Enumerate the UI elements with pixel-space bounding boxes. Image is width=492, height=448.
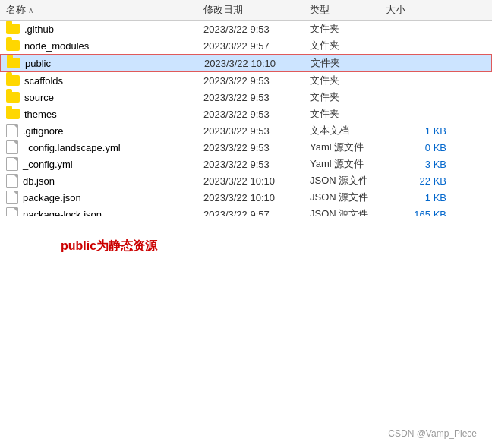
col-date-header[interactable]: 修改日期 (203, 3, 310, 17)
file-name-cell: _config.landscape.yml (6, 140, 203, 154)
table-row[interactable]: source 2023/3/22 9:53 文件夹 (0, 89, 492, 106)
file-type: 文本文档 (310, 124, 386, 137)
file-icon (6, 174, 18, 188)
sort-arrow-icon: ∧ (28, 6, 33, 14)
file-name-cell: source (6, 92, 203, 103)
file-name: package-lock.json (23, 209, 102, 216)
file-size: 3 KB (386, 159, 446, 170)
file-date: 2023/3/22 10:10 (204, 58, 311, 69)
col-date-label: 修改日期 (203, 3, 243, 17)
table-header: 名称 ∧ 修改日期 类型 大小 (0, 0, 492, 21)
file-type: 文件夹 (310, 74, 386, 87)
col-size-header[interactable]: 大小 (386, 3, 446, 17)
file-size: 1 KB (386, 192, 446, 203)
file-size: 22 KB (386, 175, 446, 187)
file-name-cell: themes (6, 109, 203, 120)
file-name-cell: db.json (6, 174, 203, 188)
file-type: 文件夹 (310, 107, 386, 121)
file-date: 2023/3/22 9:53 (203, 109, 310, 120)
table-row[interactable]: .github 2023/3/22 9:53 文件夹 (0, 21, 492, 37)
file-date: 2023/3/22 10:10 (203, 175, 310, 187)
file-list: .github 2023/3/22 9:53 文件夹 node_modules … (0, 21, 492, 216)
folder-icon (6, 24, 20, 34)
file-date: 2023/3/22 9:53 (203, 125, 310, 137)
file-name-cell: public (7, 58, 204, 69)
file-type: Yaml 源文件 (310, 140, 386, 154)
watermark: CSDN @Vamp_Piece (388, 428, 477, 439)
file-name-cell: node_modules (6, 40, 203, 52)
file-type: JSON 源文件 (310, 191, 386, 204)
file-type: JSON 源文件 (310, 207, 386, 216)
file-type: 文件夹 (311, 56, 386, 70)
file-icon (6, 191, 18, 204)
file-icon (6, 157, 18, 171)
col-size-label: 大小 (386, 3, 405, 17)
table-row[interactable]: node_modules 2023/3/22 9:57 文件夹 (0, 37, 492, 54)
file-type: Yaml 源文件 (310, 157, 386, 171)
file-type: 文件夹 (310, 90, 386, 104)
file-name-cell: _config.yml (6, 157, 203, 171)
annotation-area: public为静态资源 (0, 216, 492, 449)
table-row[interactable]: public 2023/3/22 10:10 文件夹 (0, 54, 492, 72)
col-type-label: 类型 (310, 3, 330, 17)
table-row[interactable]: .gitignore 2023/3/22 9:53 文本文档 1 KB (0, 122, 492, 139)
file-name: .github (24, 24, 54, 35)
file-date: 2023/3/22 9:53 (203, 24, 310, 35)
file-date: 2023/3/22 9:57 (203, 209, 310, 216)
table-row[interactable]: _config.landscape.yml 2023/3/22 9:53 Yam… (0, 139, 492, 156)
file-name-cell: package.json (6, 191, 203, 204)
folder-icon (6, 92, 20, 103)
table-row[interactable]: scaffolds 2023/3/22 9:53 文件夹 (0, 72, 492, 89)
file-date: 2023/3/22 10:10 (203, 192, 310, 203)
file-name-cell: .gitignore (6, 124, 203, 137)
table-row[interactable]: package.json 2023/3/22 10:10 JSON 源文件 1 … (0, 189, 492, 206)
file-icon (6, 207, 18, 216)
file-name: source (24, 92, 54, 103)
file-size: 0 KB (386, 142, 446, 153)
file-icon (6, 140, 18, 154)
file-name: themes (24, 109, 57, 120)
file-name-cell: scaffolds (6, 75, 203, 87)
file-name: package.json (23, 192, 81, 203)
file-type: JSON 源文件 (310, 174, 386, 188)
table-row[interactable]: package-lock.json 2023/3/22 9:57 JSON 源文… (0, 206, 492, 216)
file-name: _config.yml (23, 159, 73, 170)
file-type: 文件夹 (310, 39, 386, 52)
table-row[interactable]: _config.yml 2023/3/22 9:53 Yaml 源文件 3 KB (0, 156, 492, 172)
folder-icon (6, 75, 20, 86)
file-date: 2023/3/22 9:57 (203, 40, 310, 52)
file-name: scaffolds (24, 75, 63, 87)
table-row[interactable]: themes 2023/3/22 9:53 文件夹 (0, 106, 492, 122)
folder-icon (7, 58, 20, 68)
table-row[interactable]: db.json 2023/3/22 10:10 JSON 源文件 22 KB (0, 172, 492, 189)
file-date: 2023/3/22 9:53 (203, 92, 310, 103)
file-size: 1 KB (386, 125, 446, 137)
file-icon (6, 124, 18, 137)
annotation-text: public为静态资源 (61, 238, 157, 254)
folder-icon (6, 109, 20, 119)
file-name: public (25, 58, 51, 69)
col-type-header[interactable]: 类型 (310, 3, 386, 17)
file-name: _config.landscape.yml (23, 142, 121, 153)
file-date: 2023/3/22 9:53 (203, 75, 310, 87)
file-name-cell: package-lock.json (6, 207, 203, 216)
file-size: 165 KB (386, 209, 446, 216)
file-type: 文件夹 (310, 22, 386, 36)
col-name-header[interactable]: 名称 ∧ (6, 3, 203, 17)
file-explorer: 名称 ∧ 修改日期 类型 大小 .github 2023/3/22 9:53 文… (0, 0, 492, 448)
file-name: .gitignore (23, 125, 63, 137)
file-date: 2023/3/22 9:53 (203, 159, 310, 170)
col-name-label: 名称 (6, 3, 26, 17)
file-name-cell: .github (6, 24, 203, 35)
file-name: db.json (23, 175, 55, 187)
folder-icon (6, 40, 20, 51)
file-date: 2023/3/22 9:53 (203, 142, 310, 153)
file-name: node_modules (24, 40, 89, 52)
